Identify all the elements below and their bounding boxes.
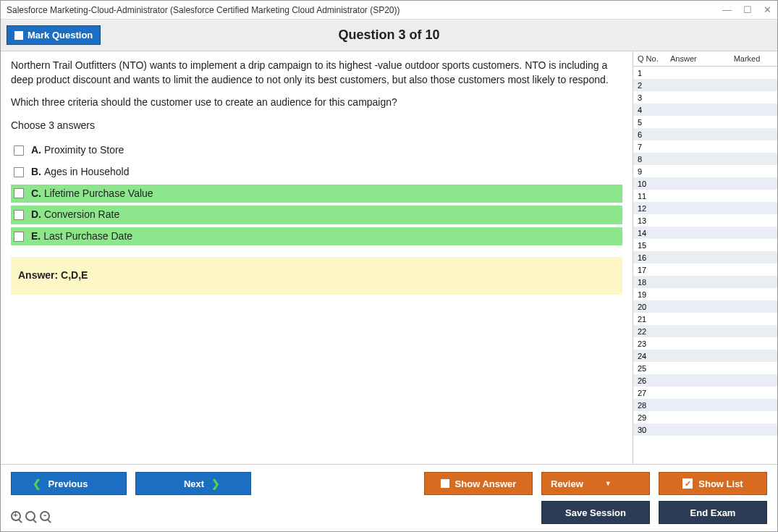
question-list-row[interactable]: 7 <box>633 140 777 153</box>
show-answer-button[interactable]: Show Answer <box>424 472 533 495</box>
question-list-row[interactable]: 3 <box>633 91 777 104</box>
row-qno: 27 <box>638 389 670 397</box>
close-icon[interactable]: ✕ <box>764 4 771 15</box>
answer-option[interactable]: D. Conversion Rate <box>11 206 622 224</box>
question-list-row[interactable]: 29 <box>633 411 777 423</box>
checkbox-icon[interactable] <box>14 210 24 220</box>
check-icon: ✓ <box>682 478 693 489</box>
col-answer: Answer <box>670 54 721 63</box>
row-qno: 15 <box>638 241 670 250</box>
row-qno: 13 <box>638 216 670 225</box>
row-qno: 2 <box>638 81 670 90</box>
review-button[interactable]: Review ▼ <box>541 472 650 495</box>
zoom-out-icon[interactable] <box>40 511 50 521</box>
question-list-row[interactable]: 24 <box>633 350 777 362</box>
question-panel: Northern Trail Outfitters (NTO) wants to… <box>1 51 633 464</box>
row-qno: 6 <box>638 130 670 139</box>
end-exam-label: End Exam <box>690 507 736 518</box>
answer-option[interactable]: E. Last Purchase Date <box>11 227 622 246</box>
question-list-row[interactable]: 8 <box>633 153 777 165</box>
question-list-row[interactable]: 22 <box>633 325 777 337</box>
question-list-row[interactable]: 12 <box>633 202 777 214</box>
previous-label: Previous <box>48 478 88 489</box>
checkbox-icon[interactable] <box>14 232 24 242</box>
question-list-row[interactable]: 15 <box>633 239 777 251</box>
zoom-reset-icon[interactable] <box>25 511 35 521</box>
app-window: Salesforce Marketing-Cloud-Administrator… <box>0 0 778 532</box>
question-list-row[interactable]: 17 <box>633 263 777 276</box>
previous-button[interactable]: ❮ Previous <box>11 472 127 495</box>
question-list-row[interactable]: 5 <box>633 116 777 128</box>
row-qno: 21 <box>638 315 670 324</box>
minimize-icon[interactable]: — <box>722 4 732 15</box>
row-qno: 3 <box>638 93 670 102</box>
question-prompt: Which three criteria should the customer… <box>11 96 622 110</box>
show-list-label: Show List <box>698 478 743 489</box>
save-session-label: Save Session <box>565 507 626 518</box>
question-instruction: Choose 3 answers <box>11 119 622 133</box>
question-list-body[interactable]: 1234567891011121314151617181920212223242… <box>633 67 777 464</box>
button-row-1: ❮ Previous Next ❯ Show Answer Review ▼ ✓… <box>11 472 767 495</box>
question-list-row[interactable]: 14 <box>633 227 777 239</box>
row-qno: 17 <box>638 266 670 274</box>
chevron-right-icon: ❯ <box>211 478 220 489</box>
save-session-button[interactable]: Save Session <box>541 501 650 524</box>
row-qno: 5 <box>638 118 670 127</box>
maximize-icon[interactable]: ☐ <box>743 4 752 15</box>
question-list-panel: Q No. Answer Marked 12345678910111213141… <box>633 51 777 464</box>
answer-option[interactable]: B. Ages in Household <box>11 163 622 182</box>
checkbox-icon[interactable] <box>14 188 24 198</box>
row-qno: 1 <box>638 69 670 77</box>
checkbox-icon[interactable] <box>14 167 24 177</box>
question-list-row[interactable]: 4 <box>633 104 777 116</box>
answer-label: E. Last Purchase Date <box>31 229 132 244</box>
row-qno: 7 <box>638 143 670 151</box>
question-list-row[interactable]: 25 <box>633 362 777 374</box>
row-qno: 8 <box>638 155 670 164</box>
row-qno: 4 <box>638 106 670 114</box>
question-list-row[interactable]: 2 <box>633 79 777 91</box>
checkbox-icon[interactable] <box>14 145 24 156</box>
question-list-row[interactable]: 27 <box>633 387 777 399</box>
footer: ❮ Previous Next ❯ Show Answer Review ▼ ✓… <box>1 464 777 531</box>
question-list-header: Q No. Answer Marked <box>633 51 777 67</box>
question-list-row[interactable]: 19 <box>633 288 777 300</box>
next-label: Next <box>184 478 204 489</box>
question-list-row[interactable]: 30 <box>633 423 777 436</box>
row-qno: 19 <box>638 290 670 299</box>
answer-label: D. Conversion Rate <box>31 208 119 222</box>
question-list-row[interactable]: 13 <box>633 214 777 227</box>
question-list-row[interactable]: 28 <box>633 399 777 411</box>
header-bar: Mark Question Question 3 of 10 <box>1 20 777 51</box>
question-list-row[interactable]: 20 <box>633 300 777 313</box>
review-label: Review <box>551 478 583 489</box>
window-controls: — ☐ ✕ <box>722 4 771 15</box>
row-qno: 14 <box>638 229 670 237</box>
mark-question-button[interactable]: Mark Question <box>7 25 101 45</box>
question-list-row[interactable]: 23 <box>633 337 777 350</box>
answer-option[interactable]: A. Proximity to Store <box>11 141 622 160</box>
question-list-row[interactable]: 1 <box>633 67 777 79</box>
answer-option[interactable]: C. Lifetime Purchase Value <box>11 185 622 203</box>
chevron-left-icon: ❮ <box>33 478 41 489</box>
question-list-row[interactable]: 9 <box>633 165 777 177</box>
question-list-row[interactable]: 26 <box>633 374 777 387</box>
question-list-row[interactable]: 6 <box>633 128 777 140</box>
row-qno: 18 <box>638 278 670 287</box>
zoom-controls <box>11 511 50 521</box>
row-qno: 23 <box>638 339 670 348</box>
row-qno: 16 <box>638 253 670 262</box>
question-list-row[interactable]: 10 <box>633 177 777 190</box>
question-list-row[interactable]: 21 <box>633 313 777 325</box>
show-list-button[interactable]: ✓ Show List <box>659 472 767 495</box>
zoom-in-icon[interactable] <box>11 511 21 521</box>
question-list-row[interactable]: 16 <box>633 251 777 263</box>
question-list-row[interactable]: 11 <box>633 190 777 202</box>
chevron-down-icon: ▼ <box>605 480 612 487</box>
row-qno: 25 <box>638 364 670 373</box>
question-list-row[interactable]: 18 <box>633 276 777 288</box>
main-area: Northern Trail Outfitters (NTO) wants to… <box>1 51 777 464</box>
row-qno: 26 <box>638 376 670 385</box>
end-exam-button[interactable]: End Exam <box>659 501 767 524</box>
next-button[interactable]: Next ❯ <box>135 472 251 495</box>
